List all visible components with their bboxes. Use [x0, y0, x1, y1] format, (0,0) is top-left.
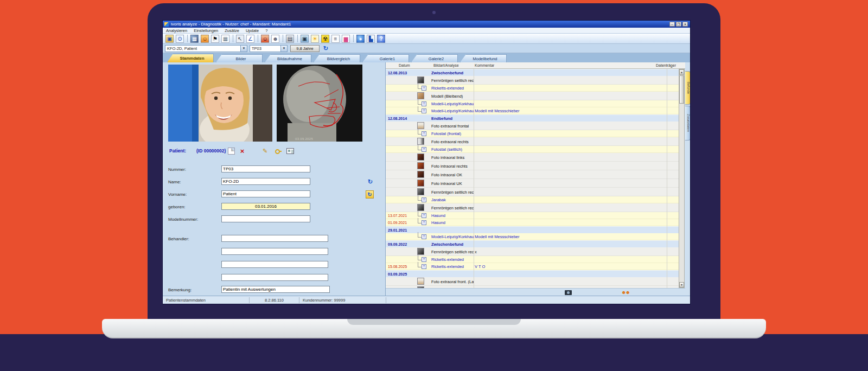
face-front-thumbnail-icon[interactable] — [417, 122, 424, 129]
lightbulb-icon[interactable]: ☀ — [311, 35, 319, 43]
modellnummer-field[interactable] — [221, 215, 310, 222]
chevron-down-icon[interactable]: ▼ — [280, 46, 287, 52]
vertical-scrollbar[interactable]: ▲ ▼ — [679, 69, 685, 288]
tab-bildvergleich[interactable]: Bildvergleich — [314, 54, 360, 62]
record-row[interactable]: TRicketts-extended — [386, 85, 679, 92]
bemerkung-field[interactable] — [221, 286, 330, 293]
record-row[interactable]: Modell (Bleibend) — [386, 92, 679, 100]
record-row[interactable]: Foto intraoral rechts — [386, 162, 679, 170]
open-file-icon[interactable]: ▣ — [165, 35, 174, 43]
record-section-row[interactable]: 03.09.2025 — [386, 270, 679, 277]
intraoral-thumbnail-icon[interactable] — [417, 162, 424, 169]
menu-item-zustze[interactable]: Zusätze — [221, 28, 242, 33]
column-header-datentraeger[interactable]: Datenträger — [656, 63, 676, 67]
analysis-icon[interactable]: T — [422, 86, 426, 91]
record-row[interactable]: Fernröntgen seitlich rec — [386, 76, 679, 85]
record-row[interactable]: 13.07.2021THasund — [386, 212, 679, 219]
angle-tool-icon[interactable]: ∠ — [246, 35, 254, 43]
record-section-row[interactable]: 12.08.2013Zwischenbefund — [386, 69, 679, 76]
record-row[interactable]: TModell-Leipzig/KorkhauModell mit Messsc… — [386, 107, 679, 114]
menu-item-?[interactable]: ? — [262, 28, 271, 33]
image-frame-icon[interactable]: ▣ — [301, 35, 309, 43]
behandler-field-4[interactable] — [221, 274, 328, 281]
behandler-field-3[interactable] — [221, 261, 328, 268]
side-tab-zusatzdaten[interactable]: Zusatzdaten — [685, 106, 690, 140]
record-row[interactable]: TRicketts-extended — [386, 256, 679, 263]
menu-item-einstellungen[interactable]: Einstellungen — [190, 28, 221, 33]
patient-edit-icon[interactable]: ☻ — [271, 35, 279, 43]
menu-item-analysieren[interactable]: Analysieren — [163, 28, 190, 33]
name-field[interactable] — [221, 178, 310, 185]
record-row[interactable]: TModell-Leipzig/KorkhauModell mit Messsc… — [386, 233, 679, 240]
cephalometric-xray-image[interactable]: 03.09.2025 — [277, 65, 362, 142]
maximize-button[interactable]: ❐ — [676, 22, 681, 27]
flag-icon[interactable]: ⚑ — [211, 35, 219, 43]
camera-icon[interactable]: ☺ — [201, 35, 209, 43]
analysis-icon[interactable]: T — [422, 257, 426, 262]
close-button[interactable]: ✕ — [682, 22, 688, 27]
camera-icon[interactable] — [565, 290, 572, 295]
id-card-icon[interactable] — [286, 148, 294, 154]
record-row[interactable]: 15.08.2025TRicketts-extendedV T O — [386, 263, 679, 270]
behandler-field-2[interactable] — [221, 248, 328, 255]
tab-bilder[interactable]: Bilder — [216, 54, 263, 62]
analysis-icon[interactable]: T — [422, 147, 426, 152]
chart-icon[interactable]: ▆ — [342, 35, 350, 43]
help-icon[interactable]: ? — [377, 35, 385, 43]
analysis-icon[interactable]: T — [422, 131, 426, 136]
table-icon[interactable]: ▦ — [221, 35, 229, 43]
intraoral-dark-thumbnail-icon[interactable] — [417, 171, 424, 178]
analysis-icon[interactable]: T — [422, 197, 426, 202]
scroll-up-icon[interactable]: ▲ — [679, 69, 684, 75]
geboren-field[interactable] — [221, 203, 310, 210]
new-record-icon[interactable] — [228, 148, 235, 155]
key-icon[interactable] — [275, 148, 282, 155]
analysis-icon[interactable]: T — [422, 108, 426, 113]
xray-thumbnail-icon[interactable] — [417, 248, 424, 255]
column-header-datum[interactable]: Datum — [399, 63, 410, 67]
tab-galerie2[interactable]: Galerie2 — [411, 54, 458, 62]
record-row[interactable]: Foto extraoral rechts — [386, 137, 679, 146]
report-icon[interactable]: ≡ — [331, 35, 340, 43]
analysis-icon[interactable]: T — [422, 234, 426, 239]
column-header-bildart[interactable]: Bildart/Analyse — [433, 63, 459, 67]
record-section-row[interactable]: 09.09.2022Zwischenbefund — [386, 240, 679, 247]
radiation-icon[interactable]: ☢ — [321, 35, 329, 43]
xray-thumbnail-icon[interactable] — [417, 188, 424, 195]
analysis-icon[interactable]: T — [422, 264, 426, 269]
reload-patient-icon[interactable]: ↻ — [368, 178, 373, 186]
chevron-down-icon[interactable]: ▼ — [240, 46, 247, 52]
record-row[interactable]: TFotostat (seitlich) — [386, 146, 679, 153]
scrollbar-thumb[interactable] — [679, 75, 684, 104]
menu-item-update[interactable]: Update — [242, 28, 262, 33]
record-row[interactable]: TModell-Leipzig/Korkhau — [386, 100, 679, 107]
tab-galerie1[interactable]: Galerie1 — [362, 54, 409, 62]
face-front-thumbnail-icon[interactable] — [417, 278, 424, 285]
refresh-icon[interactable]: ↻ — [323, 46, 328, 52]
xray-thumbnail-icon[interactable] — [417, 76, 424, 84]
record-row[interactable]: Fernröntgen seitlich rec — [386, 188, 679, 196]
nummer-field[interactable] — [221, 165, 310, 172]
edit-note-icon[interactable]: ✎ — [263, 148, 270, 155]
intraoral-thumbnail-icon[interactable] — [417, 180, 424, 187]
behandler-field-1[interactable] — [221, 235, 328, 242]
intraoral-dark-thumbnail-icon[interactable] — [417, 153, 424, 161]
print-icon[interactable]: ▤ — [286, 35, 294, 43]
record-row[interactable]: Foto extraoral frontal — [386, 121, 679, 130]
side-tab-befunde[interactable]: Befunde — [685, 71, 690, 105]
statistics-icon[interactable]: ▙ — [367, 35, 375, 43]
record-section-row[interactable]: 29.01.2021 — [386, 226, 679, 233]
patient-photo[interactable] — [168, 65, 272, 142]
age-button[interactable]: 9,8 Jahre — [290, 45, 320, 52]
tab-bildaufnahme[interactable]: Bildaufnahme — [265, 54, 311, 62]
search-icon[interactable]: ⊙ — [176, 35, 184, 43]
analysis-icon[interactable]: T — [422, 101, 426, 106]
tab-modellbefund[interactable]: Modellbefund — [460, 54, 507, 62]
plan-select[interactable]: TP03 ▼ — [250, 45, 288, 52]
column-header-kommentar[interactable]: Kommentar — [475, 63, 494, 67]
tab-stammdaten[interactable]: Stammdaten — [167, 54, 214, 62]
web-icon[interactable]: ● — [356, 35, 365, 43]
record-row[interactable]: Foto extraoral front. (La — [386, 277, 679, 286]
record-row[interactable]: Foto intraoral UK — [386, 179, 679, 188]
patient-icon[interactable]: ☺ — [261, 35, 269, 43]
